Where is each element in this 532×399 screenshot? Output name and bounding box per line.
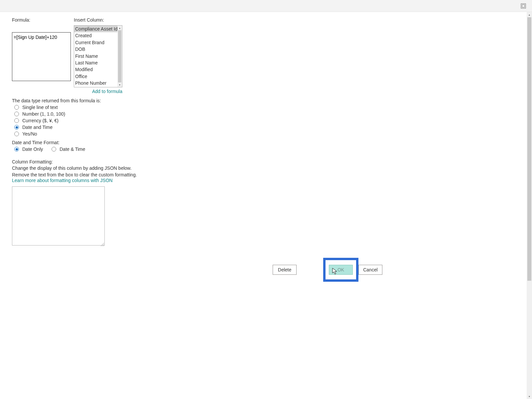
formula-input[interactable] (12, 32, 71, 81)
date-format-label: Date and Time Format: (12, 140, 532, 145)
listbox-item[interactable]: Office (74, 73, 117, 80)
radio-label: Date & Time (60, 147, 85, 152)
json-help-link[interactable]: Learn more about formatting columns with… (12, 178, 532, 183)
form-content: Formula: Insert Column: Compliance Asset… (0, 12, 532, 399)
data-type-label: The data type returned from this formula… (12, 98, 532, 103)
listbox-item[interactable]: Modified (74, 66, 117, 73)
radio-label: Date and Time (22, 125, 53, 130)
listbox-scrollbar[interactable]: ▴ ▾ (117, 26, 122, 87)
page-scroll-down-icon[interactable]: ▾ (527, 394, 532, 399)
scroll-up-icon[interactable]: ▴ (117, 26, 122, 30)
scroll-thumb[interactable] (118, 30, 121, 82)
data-type-option[interactable]: Date and Time (14, 125, 532, 130)
radio-label: Single line of text (22, 105, 58, 110)
date-format-option[interactable]: Date Only (14, 147, 43, 152)
radio-label: Date Only (22, 147, 43, 152)
radio-icon[interactable] (14, 147, 19, 151)
data-type-option[interactable]: Single line of text (14, 105, 532, 110)
listbox-item[interactable]: First Name (74, 53, 117, 59)
page-scroll-up-icon[interactable]: ▴ (527, 12, 532, 17)
radio-icon[interactable] (14, 132, 19, 136)
svg-line-4 (103, 246, 104, 246)
data-type-option[interactable]: Currency ($, ¥, €) (14, 118, 532, 123)
data-type-option[interactable]: Number (1, 1.0, 100) (14, 111, 532, 117)
column-formatting-help-2: Remove the text from the box to clear th… (12, 172, 532, 178)
radio-label: Yes/No (22, 131, 37, 137)
delete-button[interactable]: Delete (273, 265, 297, 275)
top-bar (0, 0, 532, 12)
listbox-item[interactable]: Current Brand (74, 39, 117, 46)
insert-column-label: Insert Column: (74, 17, 122, 23)
radio-icon[interactable] (52, 147, 56, 151)
radio-icon[interactable] (14, 112, 19, 116)
svg-rect-0 (521, 4, 526, 8)
listbox-item[interactable]: Phone Number (74, 80, 117, 86)
data-type-radio-group: Single line of textNumber (1, 1.0, 100)C… (12, 105, 532, 137)
cancel-button[interactable]: Cancel (358, 265, 382, 275)
radio-label: Number (1, 1.0, 100) (22, 111, 65, 117)
listbox-item[interactable]: DOB (74, 46, 117, 52)
ok-highlight: OK (323, 258, 358, 282)
button-row: Delete OK Cancel (273, 258, 382, 282)
radio-label: Currency ($, ¥, €) (22, 118, 59, 123)
page-scroll-thumb[interactable] (527, 17, 531, 281)
json-format-input[interactable] (12, 186, 105, 246)
insert-column-listbox[interactable]: Compliance Asset IdCreatedCurrent BrandD… (74, 25, 122, 87)
svg-rect-1 (522, 5, 525, 7)
radio-icon[interactable] (14, 125, 19, 130)
add-to-formula-link[interactable]: Add to formula (74, 89, 122, 94)
expand-icon[interactable] (521, 3, 526, 9)
formula-label: Formula: (12, 17, 71, 23)
ok-button-label: OK (337, 267, 344, 272)
date-format-radio-group: Date OnlyDate & Time (14, 147, 532, 152)
data-type-option[interactable]: Yes/No (14, 131, 532, 137)
resize-grip-icon[interactable] (100, 242, 104, 246)
listbox-item[interactable]: Created (74, 32, 117, 39)
radio-icon[interactable] (14, 118, 19, 123)
column-formatting-heading: Column Formatting: (12, 159, 532, 164)
scroll-down-icon[interactable]: ▾ (117, 82, 122, 87)
radio-icon[interactable] (14, 105, 19, 110)
column-formatting-help-1: Change the display of this column by add… (12, 165, 532, 171)
ok-button[interactable]: OK (329, 265, 353, 275)
date-format-option[interactable]: Date & Time (52, 147, 85, 152)
listbox-item[interactable]: Last Name (74, 59, 117, 66)
listbox-item[interactable]: Compliance Asset Id (74, 26, 117, 32)
listbox-item[interactable]: Sign Up Date (74, 87, 117, 87)
page-scrollbar[interactable]: ▴ ▾ (527, 12, 532, 399)
